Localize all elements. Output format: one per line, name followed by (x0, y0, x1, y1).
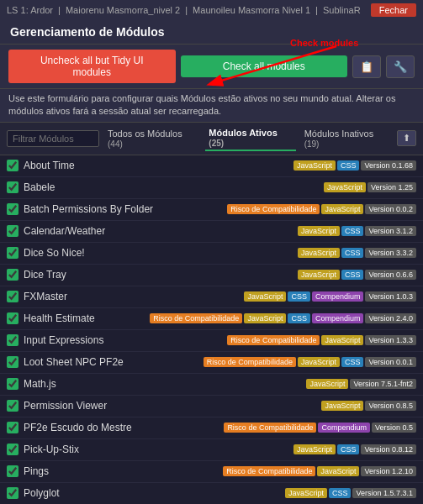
badge-version: Version 0.1.68 (361, 160, 416, 171)
module-badges: JavaScriptCSSVersion 0.6.6 (298, 270, 416, 280)
uncheck-all-button[interactable]: Uncheck all but Tidy UI modules (8, 50, 176, 83)
module-row: Pick-Up-StixJavaScriptCSSVersion 0.8.12 (0, 439, 423, 461)
module-row: Batch Permissions By FolderRisco de Comp… (0, 199, 423, 221)
module-name: Dice So Nice! (24, 247, 298, 259)
badge-css: CSS (288, 291, 310, 302)
module-row: About TimeJavaScriptCSSVersion 0.1.68 (0, 155, 423, 177)
module-name: Math.js (24, 378, 306, 390)
module-checkbox-14[interactable] (7, 465, 19, 477)
module-badges: JavaScriptCSSVersion 0.1.68 (293, 160, 416, 171)
badge-js: JavaScript (293, 160, 336, 171)
badge-compat: Risco de Compatibilidade (227, 335, 320, 345)
module-row: Dice So Nice!JavaScriptCSSVersion 3.3.2 (0, 243, 423, 265)
tab-all[interactable]: Todos os Módulos (44) (104, 127, 200, 150)
module-row: PingsRisco de CompatibilidadeJavaScriptV… (0, 461, 423, 483)
badge-js: JavaScript (244, 291, 286, 302)
breadcrumb-3: Maunoileu Masmorra Nivel 1 (193, 5, 310, 15)
badge-js: JavaScript (321, 401, 363, 411)
module-name: Calendar/Weather (24, 225, 298, 237)
badge-version: Version 2.4.0 (365, 313, 416, 323)
module-checkbox-1[interactable] (7, 181, 19, 193)
module-checkbox-8[interactable] (7, 334, 19, 346)
module-badges: Risco de CompatibilidadeJavaScriptVersio… (227, 335, 416, 345)
module-badges: JavaScriptCSSVersion 0.8.12 (293, 444, 416, 454)
module-row: Input ExpressionsRisco de Compatibilidad… (0, 330, 423, 352)
badge-js: JavaScript (285, 488, 327, 498)
module-row: Permission ViewerJavaScriptVersion 0.8.5 (0, 396, 423, 417)
badge-version: Version 1.0.3 (365, 291, 416, 302)
check-all-button[interactable]: Check all modules (181, 55, 348, 77)
module-badges: JavaScriptCSSCompendiumVersion 1.0.3 (244, 291, 416, 302)
module-list: About TimeJavaScriptCSSVersion 0.1.68Bab… (0, 155, 423, 504)
module-checkbox-10[interactable] (7, 378, 19, 390)
module-row: FXMasterJavaScriptCSSCompendiumVersion 1… (0, 286, 423, 308)
badge-css: CSS (337, 160, 360, 171)
badge-css: CSS (337, 444, 360, 454)
module-name: Health Estimate (24, 312, 150, 324)
badge-version: Version 1.5.7.3.1 (352, 488, 416, 498)
module-checkbox-13[interactable] (7, 444, 19, 455)
module-name: FXMaster (24, 291, 244, 302)
badge-version: Version 3.3.2 (365, 248, 416, 258)
filter-input[interactable] (7, 130, 99, 147)
module-name: Babele (24, 181, 324, 193)
badge-js: JavaScript (298, 226, 340, 236)
badge-css: CSS (341, 357, 364, 367)
badge-version: Version 0.6.6 (365, 270, 416, 280)
module-checkbox-9[interactable] (7, 356, 19, 368)
module-badges: JavaScriptCSSVersion 3.3.2 (298, 248, 416, 258)
badge-css: CSS (288, 313, 310, 323)
badge-js: JavaScript (324, 182, 366, 192)
module-badges: Risco de CompatibilidadeJavaScriptVersio… (223, 466, 416, 476)
module-checkbox-5[interactable] (7, 269, 19, 281)
module-checkbox-4[interactable] (7, 247, 19, 259)
module-name: Loot Sheet NPC PF2e (24, 356, 204, 368)
module-checkbox-12[interactable] (7, 422, 19, 433)
module-row: PF2e Escudo do MestreRisco de Compatibil… (0, 417, 423, 439)
badge-js: JavaScript (298, 357, 340, 367)
module-name: PF2e Escudo do Mestre (24, 422, 224, 433)
module-name: Permission Viewer (24, 400, 321, 412)
module-checkbox-15[interactable] (7, 487, 19, 499)
module-checkbox-0[interactable] (7, 160, 19, 171)
badge-css: CSS (341, 226, 364, 236)
info-text: Use este formulário para configurar quai… (0, 89, 423, 123)
module-name: Polyglot (24, 487, 285, 499)
tab-active[interactable]: Módulos Ativos (25) (205, 126, 295, 151)
module-checkbox-11[interactable] (7, 400, 19, 412)
module-checkbox-2[interactable] (7, 203, 19, 215)
badge-version: Version 7.5.1-fnt2 (350, 379, 416, 389)
badge-version: Version 1.3.3 (365, 335, 416, 345)
export-button[interactable]: 📋 (352, 55, 381, 78)
close-button[interactable]: Fechar (371, 3, 416, 17)
module-checkbox-7[interactable] (7, 312, 19, 324)
badge-version: Version 0.8.5 (365, 401, 416, 411)
module-checkbox-6[interactable] (7, 291, 19, 302)
module-badges: Risco de CompatibilidadeJavaScriptCSSCom… (150, 313, 416, 323)
collapse-button[interactable]: ⬆ (397, 130, 416, 146)
settings-button[interactable]: 🔧 (386, 55, 415, 78)
badge-css: CSS (341, 248, 364, 258)
badge-css: CSS (329, 488, 352, 498)
filter-tabs-bar: Todos os Módulos (44) Módulos Ativos (25… (0, 123, 423, 155)
tab-inactive[interactable]: Módulos Inativos (19) (301, 127, 392, 150)
badge-compat: Risco de Compatibilidade (224, 423, 316, 433)
module-name: About Time (24, 160, 293, 171)
badge-version: Version 0.8.12 (361, 444, 416, 454)
module-row: Math.jsJavaScriptVersion 7.5.1-fnt2 (0, 374, 423, 396)
module-name: Batch Permissions By Folder (24, 203, 227, 215)
badge-compendium: Compendium (312, 291, 364, 302)
badge-version: Version 0.0.2 (365, 204, 416, 214)
module-name: Pick-Up-Stix (24, 444, 293, 455)
toolbar: Uncheck all but Tidy UI modules Check al… (0, 45, 423, 89)
module-badges: JavaScriptVersion 7.5.1-fnt2 (306, 379, 416, 389)
modal-header: Gerenciamento de Módulos (0, 20, 423, 45)
module-row: Calendar/WeatherJavaScriptCSSVersion 3.1… (0, 221, 423, 243)
badge-compat: Risco de Compatibilidade (150, 313, 242, 323)
badge-version: Version 0.0.1 (365, 357, 416, 367)
module-checkbox-3[interactable] (7, 225, 19, 237)
badge-compat: Risco de Compatibilidade (223, 466, 315, 476)
breadcrumb-1: LS 1: Ardor (7, 5, 53, 15)
badge-version: Version 3.1.2 (365, 226, 416, 236)
module-row: Loot Sheet NPC PF2eRisco de Compatibilid… (0, 352, 423, 374)
